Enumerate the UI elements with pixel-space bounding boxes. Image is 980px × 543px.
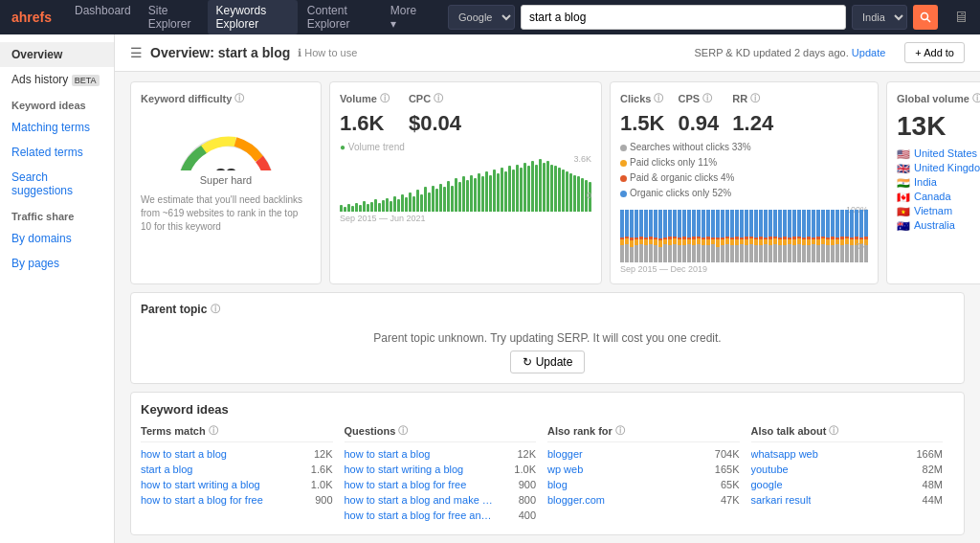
country-link-us[interactable]: United States [914, 147, 980, 159]
nav-dashboard[interactable]: Dashboard [67, 0, 139, 34]
search-button[interactable] [913, 5, 938, 30]
parent-topic-info-icon[interactable]: ⓘ [211, 303, 220, 316]
also-talk-val-2: 48M [923, 479, 943, 490]
how-to-use-link[interactable]: ℹ How to use [298, 47, 357, 59]
country-link-ca[interactable]: Canada [914, 191, 980, 202]
terms-match-link-0[interactable]: how to start a blog [141, 448, 227, 460]
country-link-vn[interactable]: Vietnam [914, 205, 980, 216]
logo: ahrefs [11, 10, 52, 25]
clicks-info-icon[interactable]: ⓘ [654, 92, 663, 105]
country-row-uk: 🇬🇧 United Kingdom 1.6K 12% [897, 162, 980, 173]
cps-info-icon[interactable]: ⓘ [702, 92, 712, 105]
flag-in: 🇮🇳 [897, 177, 910, 187]
questions-link-1[interactable]: how to start writing a blog [345, 464, 464, 475]
country-row-vn: 🇻🇳 Vietnam 450 3% [897, 205, 980, 216]
also-rank-info-icon[interactable]: ⓘ [615, 424, 625, 438]
gauge-label: Super hard [200, 174, 252, 186]
list-item: how to start writing a blog1.0K [141, 479, 333, 490]
questions-link-0[interactable]: how to start a blog [345, 448, 431, 460]
country-link-au[interactable]: Australia [914, 219, 980, 231]
nav-keywords-explorer[interactable]: Keywords Explorer [208, 0, 297, 34]
also-rank-for-header: Also rank for ⓘ [547, 424, 740, 442]
terms-match-link-3[interactable]: how to start a blog for free [141, 494, 263, 506]
terms-match-link-2[interactable]: how to start writing a blog [141, 479, 260, 490]
keyword-ideas-columns: Terms match ⓘ how to start a blog12K sta… [141, 424, 954, 525]
also-talk-link-2[interactable]: google [751, 479, 783, 490]
sidebar-item-related-terms[interactable]: Related terms [0, 140, 114, 165]
nav-links: Dashboard Site Explorer Keywords Explore… [67, 0, 425, 34]
country-link-uk[interactable]: United Kingdom [914, 162, 980, 173]
search-bar: Google India [448, 5, 938, 30]
volume-bar-chart [340, 154, 591, 212]
list-item: how to start a blog12K [345, 448, 537, 460]
list-item: blogger.com47K [547, 494, 740, 506]
list-item: blog65K [547, 479, 740, 490]
questions-info-icon[interactable]: ⓘ [398, 424, 408, 438]
logo-text: ahrefs [11, 10, 52, 25]
questions-val-0: 12K [517, 448, 536, 460]
cps-card-title: CPS ⓘ [678, 92, 719, 105]
keyword-input[interactable] [521, 5, 846, 30]
sidebar-item-matching-terms[interactable]: Matching terms [0, 115, 114, 140]
nav-site-explorer[interactable]: Site Explorer [141, 0, 207, 34]
nav-more[interactable]: More ▾ [383, 0, 425, 34]
sidebar-item-by-domains[interactable]: By domains [0, 226, 114, 251]
questions-val-3: 800 [519, 494, 536, 506]
questions-link-3[interactable]: how to start a blog and make money [345, 494, 498, 506]
rr-info-icon[interactable]: ⓘ [750, 92, 760, 105]
parent-topic-message: Parent topic unknown. Try updating SERP.… [141, 322, 954, 351]
also-rank-link-1[interactable]: wp web [547, 464, 583, 475]
svg-text:88: 88 [215, 165, 236, 170]
terms-match-info-icon[interactable]: ⓘ [209, 424, 218, 438]
nav-right: 🖥 [953, 9, 969, 26]
sidebar-item-by-pages[interactable]: By pages [0, 251, 114, 276]
also-talk-about-column: Also talk about ⓘ whatsapp web166M youtu… [751, 424, 955, 525]
sidebar-item-overview[interactable]: Overview [0, 42, 114, 67]
terms-match-link-1[interactable]: start a blog [141, 464, 192, 475]
cpc-value: $0.04 [409, 111, 461, 136]
sidebar-item-search-suggestions[interactable]: Search suggestions [0, 165, 114, 203]
list-item: how to start a blog12K [141, 448, 333, 460]
volume-card: Volume ⓘ 1.6K CPC ⓘ $0.04 [329, 81, 602, 284]
kd-card-title: Keyword difficulty ⓘ [141, 92, 311, 105]
also-talk-val-3: 44M [923, 494, 943, 506]
also-rank-link-2[interactable]: blog [547, 479, 568, 490]
also-rank-for-column: Also rank for ⓘ blogger704K wp web165K b… [547, 424, 751, 525]
flag-us: 🇺🇸 [897, 148, 910, 158]
hamburger-icon[interactable]: ☰ [130, 45, 143, 60]
svg-point-0 [922, 13, 928, 20]
list-item: wp web165K [547, 464, 740, 475]
kd-info-icon[interactable]: ⓘ [234, 92, 244, 105]
also-talk-link-1[interactable]: youtube [751, 464, 789, 475]
also-talk-val-1: 82M [923, 464, 943, 475]
engine-select[interactable]: Google [448, 5, 515, 30]
country-select[interactable]: India [852, 5, 907, 30]
clicks-card: Clicks ⓘ 1.5K CPS ⓘ 0.94 [610, 81, 879, 284]
clicks-chart-min: 0% [856, 241, 868, 251]
also-rank-link-3[interactable]: blogger.com [547, 494, 605, 506]
questions-link-2[interactable]: how to start a blog for free [345, 479, 467, 490]
add-to-button[interactable]: + Add to [904, 42, 965, 63]
sidebar-item-ads-history[interactable]: Ads history BETA [0, 67, 114, 92]
serp-status: SERP & KD updated 2 days ago. Update [695, 47, 886, 58]
questions-link-4[interactable]: how to start a blog for free and make [345, 509, 498, 521]
cpc-info-icon[interactable]: ⓘ [434, 92, 443, 105]
global-volume-info-icon[interactable]: ⓘ [972, 92, 980, 105]
parent-topic-update-button[interactable]: ↻ Update [510, 351, 586, 373]
country-link-in[interactable]: India [914, 176, 980, 188]
nav-content-explorer[interactable]: Content Explorer [300, 0, 381, 34]
gauge-container: 88 Super hard [141, 113, 311, 186]
also-rank-link-0[interactable]: blogger [547, 448, 583, 460]
also-talk-link-0[interactable]: whatsapp web [751, 448, 818, 460]
serp-update-link[interactable]: Update [852, 47, 885, 58]
main-content: ☰ Overview: start a blog ℹ How to use SE… [115, 34, 980, 543]
refresh-icon: ↻ [523, 355, 532, 369]
terms-match-column: Terms match ⓘ how to start a blog12K sta… [141, 424, 345, 525]
also-talk-link-3[interactable]: sarkari result [751, 494, 812, 506]
also-talk-info-icon[interactable]: ⓘ [829, 424, 838, 438]
list-item: how to start a blog for free and make400 [345, 509, 537, 521]
country-list: 🇺🇸 United States 5.8K 44% 🇬🇧 United King… [897, 147, 980, 231]
volume-info-icon[interactable]: ⓘ [380, 92, 390, 105]
also-rank-val-2: 65K [721, 479, 740, 490]
sidebar-section-traffic-share: Traffic share [0, 203, 114, 226]
